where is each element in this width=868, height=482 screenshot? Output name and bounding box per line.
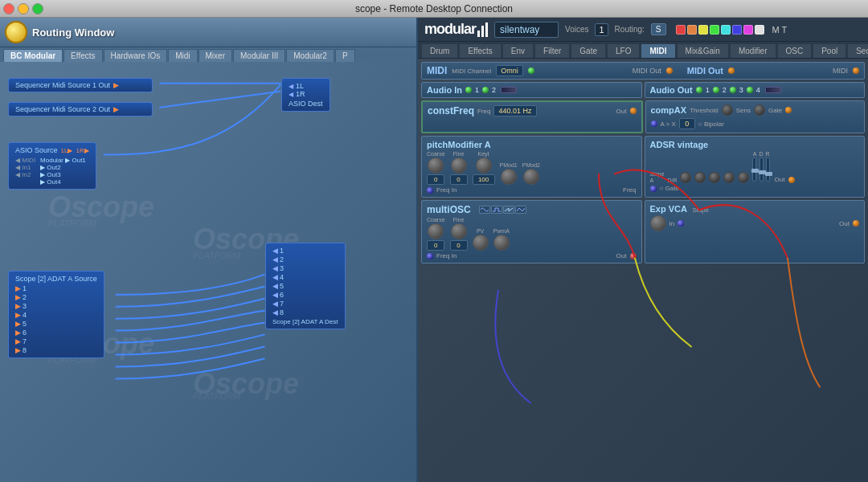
tab-modular-iii[interactable]: Modular III xyxy=(233,49,285,62)
tab-midi[interactable]: Midi xyxy=(168,49,197,62)
color-dot-green[interactable] xyxy=(710,25,719,35)
color-dot-orange[interactable] xyxy=(687,25,697,35)
modular-logo-bars xyxy=(477,22,488,37)
midi-channel-value[interactable]: Omni xyxy=(496,65,523,76)
pm-keyt-knob[interactable] xyxy=(476,157,492,174)
multi-osc-title: multiOSC xyxy=(427,204,471,215)
tab-lfo[interactable]: LFO xyxy=(607,43,640,58)
routing-label-text: Routing: xyxy=(615,25,645,34)
modular-panel: modular silentway Voices 1 Routing: S xyxy=(418,18,868,482)
tab-p[interactable]: P xyxy=(335,49,355,62)
adsr-slider-r[interactable] xyxy=(766,157,770,182)
wave-sine[interactable] xyxy=(479,206,490,214)
comp-ax-module: compAX Threshold Sens Gate A > X 0 ○ Bip… xyxy=(645,100,866,133)
voices-value[interactable]: 1 xyxy=(595,23,608,36)
pm-coarse-knob[interactable] xyxy=(428,157,444,174)
tab-filter[interactable]: Filter xyxy=(534,43,570,58)
exp-vca-in-led xyxy=(678,220,684,227)
watermark-4: Oscope xyxy=(193,367,299,401)
tab-effects[interactable]: Effects xyxy=(63,49,102,62)
tab-osc[interactable]: OSC xyxy=(777,43,813,58)
comp-sens-knob[interactable] xyxy=(754,104,765,116)
maximize-button[interactable] xyxy=(32,3,43,14)
const-freq-value[interactable]: 440.01 Hz xyxy=(493,105,536,116)
tab-effects[interactable]: Effects xyxy=(459,43,501,58)
osc-coarse-lbl: Coarse xyxy=(427,217,445,223)
tab-bc-modular[interactable]: BC Modular xyxy=(3,49,63,62)
const-freq-out-led xyxy=(630,108,637,114)
tab-seq[interactable]: Seq xyxy=(847,43,868,58)
asio-dest: ◀ 1L ◀ 1R ASIO Dest xyxy=(281,78,330,112)
pm-fine-lbl: Fine xyxy=(453,151,465,157)
adat-source: Scope [2] ADAT A Source ▶1 ▶2 ▶3 ▶4 ▶5 ▶… xyxy=(8,271,104,358)
pm-keyt-lbl: Keyt xyxy=(478,151,489,157)
pm-fine-knob[interactable] xyxy=(451,157,467,174)
voices-label: Voices xyxy=(565,25,588,34)
routing-canvas: Oscope Oscope Oscope Oscope PLATFORM PLA… xyxy=(0,62,416,439)
tab-gate[interactable]: Gate xyxy=(571,43,606,58)
routing-tab-bar: BC Modular Effects Hardware IOs Midi Mix… xyxy=(0,47,416,62)
pm-pmod2-knob[interactable] xyxy=(523,169,539,185)
close-button[interactable] xyxy=(3,3,14,14)
osc-pwma-knob[interactable] xyxy=(493,235,510,251)
exp-vca-module: Exp VCA Slope In Out xyxy=(645,200,866,263)
preset-name[interactable]: silentway xyxy=(494,22,559,38)
midi-out-led-2 xyxy=(728,67,735,74)
osc-pv-knob[interactable] xyxy=(473,235,489,251)
asio-dest-1r: 1R xyxy=(296,90,305,98)
routing-title: Routing Window xyxy=(32,27,114,39)
tab-drum[interactable]: Drum xyxy=(421,43,458,58)
tab-midi-active[interactable]: MIDI xyxy=(641,43,675,58)
color-dot-yellow[interactable] xyxy=(698,25,708,35)
color-dot-red[interactable] xyxy=(676,25,686,35)
tab-mix-gain[interactable]: Mix&Gain xyxy=(677,43,729,58)
adsr-slider-d[interactable] xyxy=(760,157,764,182)
color-dot-cyan[interactable] xyxy=(721,25,731,35)
comp-threshold-display: 0 xyxy=(679,118,695,129)
comp-bipolar-label: ○ Bipolar xyxy=(698,120,724,128)
exp-vca-slope-knob[interactable] xyxy=(650,215,666,231)
exp-vca-out-led xyxy=(853,220,859,227)
window-controls[interactable] xyxy=(3,3,43,14)
adsr-slider-a[interactable] xyxy=(752,157,756,182)
color-dot-blue[interactable] xyxy=(732,25,742,35)
tab-mixer[interactable]: Mixer xyxy=(199,49,232,62)
osc-coarse-knob[interactable] xyxy=(428,223,444,239)
tab-modifier[interactable]: Modifier xyxy=(730,43,776,58)
osc-pv-lbl: PV xyxy=(477,228,484,234)
adsr-a-knob[interactable] xyxy=(680,172,691,183)
platform-text-4: PLATFORM xyxy=(193,391,240,401)
tab-pool[interactable]: Pool xyxy=(813,43,846,58)
adsr-tmod2-knob[interactable] xyxy=(723,172,735,183)
midi-led-1 xyxy=(528,67,534,74)
color-dot-white[interactable] xyxy=(755,25,764,35)
tab-hardware-ios[interactable]: Hardware IOs xyxy=(104,49,168,62)
multi-osc-module: multiOSC xyxy=(421,200,642,263)
wave-tri[interactable] xyxy=(515,206,526,214)
adsr-lmod-knob[interactable] xyxy=(738,172,749,183)
routing-s-button[interactable]: S xyxy=(651,23,666,35)
routing-circle-icon xyxy=(5,21,27,43)
midi-channel-label: MIDI Channel xyxy=(452,67,491,75)
audio-out-led-4 xyxy=(747,87,753,93)
wave-saw[interactable] xyxy=(503,206,514,214)
audio-out-module: Audio Out 1 2 3 4 xyxy=(645,82,866,98)
wave-square[interactable] xyxy=(491,206,502,214)
osc-fine-knob[interactable] xyxy=(451,223,467,239)
pm-pmod1-knob[interactable] xyxy=(501,169,517,185)
midi-led-r xyxy=(853,67,859,74)
exp-vca-in-lbl: In xyxy=(669,220,675,227)
adsr-tmod1-knob[interactable] xyxy=(709,172,720,183)
adsr-d-knob[interactable] xyxy=(694,172,706,183)
minimize-button[interactable] xyxy=(18,3,29,14)
tab-env[interactable]: Env xyxy=(502,43,534,58)
bar-1 xyxy=(477,31,480,37)
tab-modular2[interactable]: Modular2 xyxy=(286,49,334,62)
comp-threshold-label: Threshold xyxy=(690,107,719,114)
modular-module-area: MIDI MIDI Channel Omni MIDI Out MIDI Out… xyxy=(418,59,868,482)
adsr-gate-lbl: ○ Gate xyxy=(660,185,679,192)
color-dot-purple[interactable] xyxy=(743,25,753,35)
osc-coarse-val: 0 xyxy=(427,240,444,251)
comp-threshold-knob[interactable] xyxy=(722,104,733,116)
adsr-out-led xyxy=(788,177,795,183)
